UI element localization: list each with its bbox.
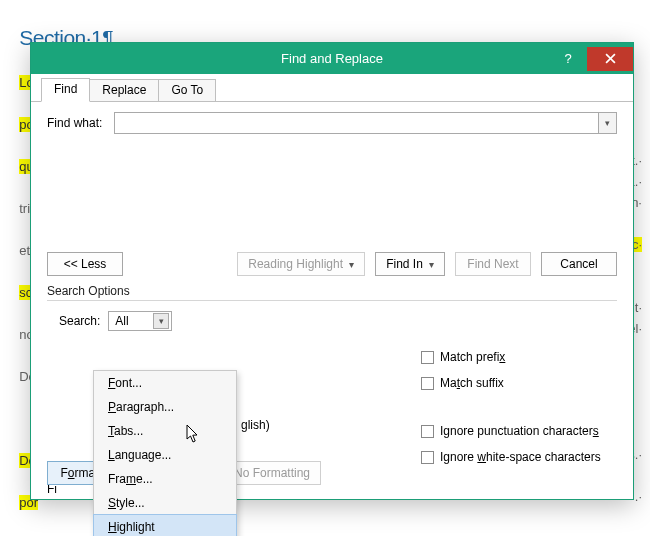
check-ignore-ws[interactable]: Ignore white-space characters xyxy=(421,444,601,470)
check-match-prefix[interactable]: Match prefix xyxy=(421,344,601,370)
format-menu: Font... Paragraph... Tabs... Language...… xyxy=(93,370,237,536)
dialog-client: Find what: ▾ << Less Reading Highlight F… xyxy=(31,102,633,499)
search-direction-select[interactable]: All ▾ xyxy=(108,311,172,331)
find-next-button[interactable]: Find Next xyxy=(455,252,531,276)
menu-tabs[interactable]: Tabs... xyxy=(94,419,236,443)
menu-font[interactable]: Font... xyxy=(94,371,236,395)
search-label: Search: xyxy=(59,314,100,328)
menu-frame[interactable]: Frame... xyxy=(94,467,236,491)
find-what-dropdown[interactable]: ▾ xyxy=(598,113,616,133)
tab-goto[interactable]: Go To xyxy=(158,79,216,101)
menu-language[interactable]: Language... xyxy=(94,443,236,467)
chevron-down-icon: ▾ xyxy=(153,313,169,329)
check-match-suffix[interactable]: Match suffix xyxy=(421,370,601,396)
tab-find[interactable]: Find xyxy=(41,78,90,102)
tab-row: Find Replace Go To xyxy=(31,74,633,102)
reading-highlight-button[interactable]: Reading Highlight xyxy=(237,252,365,276)
check-ignore-punct[interactable]: Ignore punctuation characters xyxy=(421,418,601,444)
dialog-title: Find and Replace xyxy=(31,51,633,66)
tab-replace[interactable]: Replace xyxy=(89,79,159,101)
menu-paragraph[interactable]: Paragraph... xyxy=(94,395,236,419)
menu-style[interactable]: Style... xyxy=(94,491,236,515)
find-replace-dialog: Find and Replace ? Find Replace Go To Fi… xyxy=(30,42,634,500)
find-in-button[interactable]: Find In xyxy=(375,252,445,276)
right-options: Match prefix Match suffix Ignore punctua… xyxy=(421,344,601,470)
language-peek: glish) xyxy=(241,418,270,432)
find-what-label: Find what: xyxy=(47,116,102,130)
menu-highlight[interactable]: Highlight xyxy=(93,514,237,536)
titlebar[interactable]: Find and Replace ? xyxy=(31,43,633,74)
less-button[interactable]: << Less xyxy=(47,252,123,276)
cancel-button[interactable]: Cancel xyxy=(541,252,617,276)
find-what-input[interactable]: ▾ xyxy=(114,112,617,134)
no-formatting-button[interactable]: No Formatting xyxy=(223,461,321,485)
search-options-label: Search Options xyxy=(47,284,617,298)
mouse-cursor-icon xyxy=(186,424,202,447)
